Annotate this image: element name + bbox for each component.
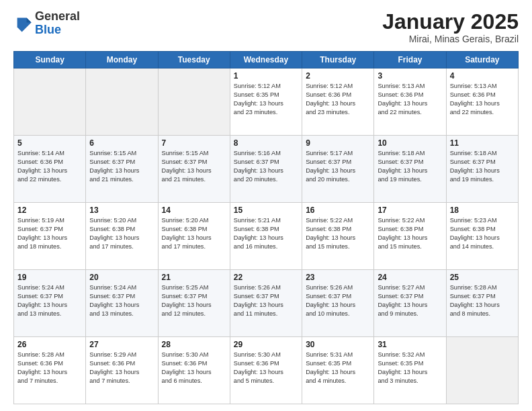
day-info: Sunrise: 5:12 AMSunset: 6:35 PMDaylight:…	[234, 82, 298, 117]
day-info: Sunrise: 5:24 AMSunset: 6:37 PMDaylight:…	[17, 283, 82, 318]
calendar-cell: 9Sunrise: 5:17 AMSunset: 6:37 PMDaylight…	[302, 136, 374, 203]
day-number: 23	[306, 273, 370, 282]
logo-text: General Blue	[35, 10, 80, 37]
day-info: Sunrise: 5:13 AMSunset: 6:36 PMDaylight:…	[378, 82, 442, 117]
weekday-header-tuesday: Tuesday	[158, 52, 230, 68]
calendar-cell: 27Sunrise: 5:29 AMSunset: 6:36 PMDayligh…	[86, 337, 158, 404]
day-info: Sunrise: 5:28 AMSunset: 6:36 PMDaylight:…	[17, 351, 82, 385]
day-info: Sunrise: 5:24 AMSunset: 6:37 PMDaylight:…	[89, 283, 154, 318]
day-number: 2	[306, 71, 370, 81]
day-info: Sunrise: 5:15 AMSunset: 6:37 PMDaylight:…	[162, 149, 226, 184]
weekday-header-monday: Monday	[86, 52, 158, 68]
calendar-cell: 12Sunrise: 5:19 AMSunset: 6:37 PMDayligh…	[14, 203, 86, 270]
weekday-header-thursday: Thursday	[302, 52, 374, 68]
calendar-cell: 14Sunrise: 5:20 AMSunset: 6:38 PMDayligh…	[158, 203, 230, 270]
calendar-cell: 19Sunrise: 5:24 AMSunset: 6:37 PMDayligh…	[14, 270, 86, 337]
day-number: 29	[234, 340, 298, 349]
page: General Blue January 2025 Mirai, Minas G…	[0, 0, 532, 411]
location-subtitle: Mirai, Minas Gerais, Brazil	[382, 34, 519, 44]
logo-icon	[13, 14, 32, 33]
header: General Blue January 2025 Mirai, Minas G…	[13, 10, 519, 44]
day-info: Sunrise: 5:20 AMSunset: 6:38 PMDaylight:…	[162, 216, 226, 251]
day-number: 16	[306, 205, 370, 215]
day-number: 4	[450, 71, 515, 81]
day-info: Sunrise: 5:18 AMSunset: 6:37 PMDaylight:…	[450, 149, 515, 184]
calendar-cell: 16Sunrise: 5:22 AMSunset: 6:38 PMDayligh…	[302, 203, 374, 270]
calendar-cell: 1Sunrise: 5:12 AMSunset: 6:35 PMDaylight…	[230, 68, 302, 136]
day-info: Sunrise: 5:14 AMSunset: 6:36 PMDaylight:…	[17, 149, 82, 184]
calendar-cell: 5Sunrise: 5:14 AMSunset: 6:36 PMDaylight…	[14, 136, 86, 203]
day-number: 11	[450, 138, 515, 148]
weekday-header-row: SundayMondayTuesdayWednesdayThursdayFrid…	[14, 52, 519, 68]
calendar-cell: 31Sunrise: 5:32 AMSunset: 6:35 PMDayligh…	[374, 337, 446, 404]
title-block: January 2025 Mirai, Minas Gerais, Brazil	[382, 10, 519, 44]
logo: General Blue	[13, 10, 80, 37]
calendar-cell: 13Sunrise: 5:20 AMSunset: 6:38 PMDayligh…	[86, 203, 158, 270]
calendar-cell	[86, 68, 158, 136]
calendar-week-5: 26Sunrise: 5:28 AMSunset: 6:36 PMDayligh…	[14, 337, 519, 404]
calendar-cell: 8Sunrise: 5:16 AMSunset: 6:37 PMDaylight…	[230, 136, 302, 203]
calendar-cell: 21Sunrise: 5:25 AMSunset: 6:37 PMDayligh…	[158, 270, 230, 337]
calendar-cell: 11Sunrise: 5:18 AMSunset: 6:37 PMDayligh…	[446, 136, 518, 203]
svg-marker-0	[17, 17, 32, 32]
day-info: Sunrise: 5:17 AMSunset: 6:37 PMDaylight:…	[306, 149, 370, 184]
day-info: Sunrise: 5:28 AMSunset: 6:37 PMDaylight:…	[450, 283, 515, 318]
calendar-cell: 29Sunrise: 5:30 AMSunset: 6:36 PMDayligh…	[230, 337, 302, 404]
day-info: Sunrise: 5:26 AMSunset: 6:37 PMDaylight:…	[234, 283, 298, 318]
calendar-cell: 15Sunrise: 5:21 AMSunset: 6:38 PMDayligh…	[230, 203, 302, 270]
day-info: Sunrise: 5:22 AMSunset: 6:38 PMDaylight:…	[306, 216, 370, 251]
day-number: 26	[17, 340, 82, 349]
day-info: Sunrise: 5:13 AMSunset: 6:36 PMDaylight:…	[450, 82, 515, 117]
day-info: Sunrise: 5:25 AMSunset: 6:37 PMDaylight:…	[162, 283, 226, 318]
day-number: 14	[162, 205, 226, 215]
calendar-cell: 28Sunrise: 5:30 AMSunset: 6:36 PMDayligh…	[158, 337, 230, 404]
day-number: 13	[89, 205, 154, 215]
day-number: 6	[89, 138, 154, 148]
day-number: 3	[378, 71, 442, 81]
day-number: 21	[162, 273, 226, 282]
calendar-cell: 26Sunrise: 5:28 AMSunset: 6:36 PMDayligh…	[14, 337, 86, 404]
calendar-cell: 4Sunrise: 5:13 AMSunset: 6:36 PMDaylight…	[446, 68, 518, 136]
logo-general-text: General	[35, 9, 80, 23]
day-info: Sunrise: 5:31 AMSunset: 6:35 PMDaylight:…	[306, 351, 370, 385]
calendar-cell: 24Sunrise: 5:27 AMSunset: 6:37 PMDayligh…	[374, 270, 446, 337]
calendar-cell: 22Sunrise: 5:26 AMSunset: 6:37 PMDayligh…	[230, 270, 302, 337]
day-info: Sunrise: 5:30 AMSunset: 6:36 PMDaylight:…	[162, 351, 226, 385]
day-info: Sunrise: 5:20 AMSunset: 6:38 PMDaylight:…	[89, 216, 154, 251]
day-number: 10	[378, 138, 442, 148]
weekday-header-friday: Friday	[374, 52, 446, 68]
day-number: 17	[378, 205, 442, 215]
calendar-cell: 25Sunrise: 5:28 AMSunset: 6:37 PMDayligh…	[446, 270, 518, 337]
day-info: Sunrise: 5:27 AMSunset: 6:37 PMDaylight:…	[378, 283, 442, 318]
month-title: January 2025	[382, 10, 519, 34]
day-number: 12	[17, 205, 82, 215]
day-info: Sunrise: 5:30 AMSunset: 6:36 PMDaylight:…	[234, 351, 298, 385]
day-info: Sunrise: 5:19 AMSunset: 6:37 PMDaylight:…	[17, 216, 82, 251]
calendar-cell: 10Sunrise: 5:18 AMSunset: 6:37 PMDayligh…	[374, 136, 446, 203]
day-number: 18	[450, 205, 515, 215]
calendar-week-1: 1Sunrise: 5:12 AMSunset: 6:35 PMDaylight…	[14, 68, 519, 136]
day-info: Sunrise: 5:22 AMSunset: 6:38 PMDaylight:…	[378, 216, 442, 251]
calendar-table: SundayMondayTuesdayWednesdayThursdayFrid…	[13, 51, 519, 404]
calendar-cell	[14, 68, 86, 136]
day-number: 30	[306, 340, 370, 349]
day-info: Sunrise: 5:26 AMSunset: 6:37 PMDaylight:…	[306, 283, 370, 318]
day-number: 8	[234, 138, 298, 148]
day-number: 9	[306, 138, 370, 148]
calendar-cell: 18Sunrise: 5:23 AMSunset: 6:38 PMDayligh…	[446, 203, 518, 270]
day-number: 24	[378, 273, 442, 282]
svg-marker-1	[27, 17, 32, 22]
weekday-header-saturday: Saturday	[446, 52, 518, 68]
calendar-week-2: 5Sunrise: 5:14 AMSunset: 6:36 PMDaylight…	[14, 136, 519, 203]
calendar-cell	[158, 68, 230, 136]
day-number: 25	[450, 273, 515, 282]
calendar-cell: 23Sunrise: 5:26 AMSunset: 6:37 PMDayligh…	[302, 270, 374, 337]
logo-blue-text: Blue	[35, 23, 61, 36]
day-number: 22	[234, 273, 298, 282]
calendar-cell: 17Sunrise: 5:22 AMSunset: 6:38 PMDayligh…	[374, 203, 446, 270]
calendar-cell: 2Sunrise: 5:12 AMSunset: 6:36 PMDaylight…	[302, 68, 374, 136]
calendar-cell: 30Sunrise: 5:31 AMSunset: 6:35 PMDayligh…	[302, 337, 374, 404]
day-number: 1	[234, 71, 298, 81]
day-info: Sunrise: 5:18 AMSunset: 6:37 PMDaylight:…	[378, 149, 442, 184]
calendar-cell: 7Sunrise: 5:15 AMSunset: 6:37 PMDaylight…	[158, 136, 230, 203]
